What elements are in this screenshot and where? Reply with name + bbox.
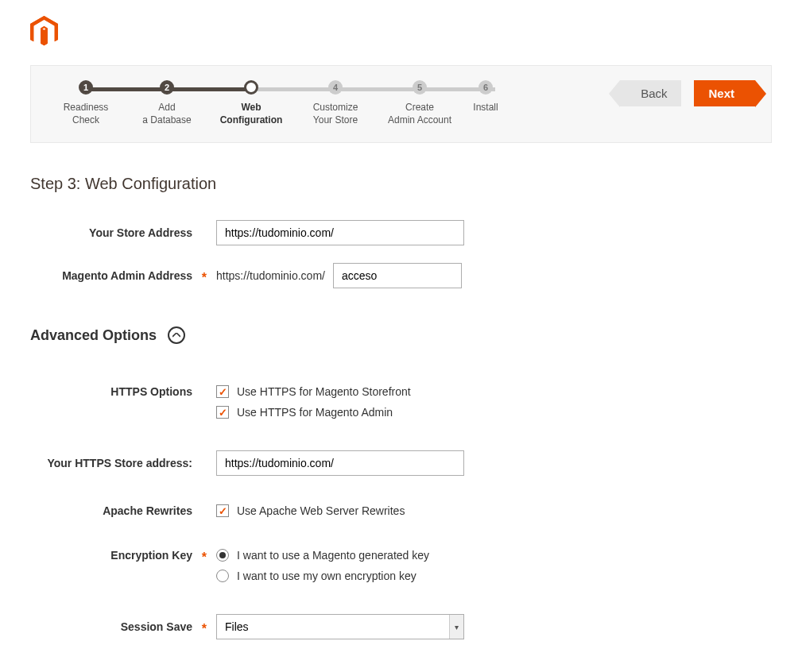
label-https: HTTPS Options bbox=[30, 385, 216, 398]
step-circle-5: 5 bbox=[413, 80, 427, 95]
row-apache: Apache Rewrites Use Apache Web Server Re… bbox=[30, 504, 772, 517]
step-install: 6 Install bbox=[462, 80, 509, 114]
step-num: 1 bbox=[83, 83, 88, 92]
logo-area bbox=[0, 0, 802, 65]
step-circle-6: 6 bbox=[478, 80, 493, 95]
magento-logo-icon bbox=[30, 16, 58, 48]
step-label: WebConfiguration bbox=[220, 101, 283, 126]
step-readiness: 1 ReadinessCheck bbox=[47, 80, 125, 126]
checkbox-apache[interactable] bbox=[216, 504, 229, 517]
advanced-options-header[interactable]: Advanced Options bbox=[30, 326, 772, 344]
label-apache: Apache Rewrites bbox=[30, 504, 216, 517]
steps-list: 1 ReadinessCheck 2 Adda Database 3 WebCo… bbox=[47, 80, 620, 126]
step-label: Adda Database bbox=[142, 101, 191, 126]
step-num: 2 bbox=[165, 83, 169, 92]
radio-label[interactable]: I want to use a Magento generated key bbox=[237, 549, 429, 562]
step-database: 2 Adda Database bbox=[125, 80, 209, 126]
radio-label[interactable]: I want to use my own encryption key bbox=[237, 570, 416, 582]
checkbox-label[interactable]: Use Apache Web Server Rewrites bbox=[237, 504, 405, 517]
label-session: Session Save bbox=[30, 620, 216, 633]
https-store-input[interactable] bbox=[216, 450, 464, 476]
label-https-store: Your HTTPS Store address: bbox=[30, 457, 216, 469]
checkbox-label[interactable]: Use HTTPS for Magento Admin bbox=[237, 406, 393, 419]
label-encryption: Encryption Key bbox=[30, 549, 216, 562]
step-web-config: 3 WebConfiguration bbox=[209, 80, 293, 126]
store-address-input[interactable] bbox=[216, 220, 464, 245]
step-admin: 5 CreateAdmin Account bbox=[378, 80, 462, 126]
step-customize: 4 CustomizeYour Store bbox=[293, 80, 378, 126]
row-session-save: Session Save Files ▾ bbox=[30, 614, 772, 639]
step-num: 5 bbox=[417, 83, 422, 92]
step-label: CreateAdmin Account bbox=[388, 101, 451, 126]
step-circle-1: 1 bbox=[79, 80, 93, 95]
step-circle-2: 2 bbox=[160, 80, 174, 95]
label-admin-address: Magento Admin Address bbox=[30, 269, 216, 282]
row-https-options: HTTPS Options Use HTTPS for Magento Stor… bbox=[30, 385, 772, 398]
row-encryption-own: I want to use my own encryption key bbox=[30, 570, 772, 582]
step-label: Install bbox=[473, 101, 498, 114]
step-label: ReadinessCheck bbox=[64, 101, 109, 126]
checkbox-https-admin[interactable] bbox=[216, 406, 229, 419]
next-button[interactable]: Next bbox=[694, 80, 755, 106]
row-https-admin: Use HTTPS for Magento Admin bbox=[30, 406, 772, 419]
chevron-up-icon[interactable] bbox=[168, 326, 185, 344]
checkbox-label[interactable]: Use HTTPS for Magento Storefront bbox=[237, 385, 411, 398]
step-circle-4: 4 bbox=[328, 80, 343, 95]
wizard-progress-bar: 1 ReadinessCheck 2 Adda Database 3 WebCo… bbox=[30, 65, 772, 143]
row-admin-address: Magento Admin Address https://tudominio.… bbox=[30, 263, 772, 288]
row-encryption: Encryption Key I want to use a Magento g… bbox=[30, 549, 772, 562]
row-https-store-address: Your HTTPS Store address: bbox=[30, 450, 772, 476]
radio-enc-magento[interactable] bbox=[216, 549, 229, 562]
label-store-address: Your Store Address bbox=[30, 226, 216, 239]
step-num: 4 bbox=[333, 83, 338, 92]
step-num: 6 bbox=[483, 83, 488, 92]
admin-prefix: https://tudominio.com/ bbox=[216, 269, 325, 282]
page-body: Step 3: Web Configuration Your Store Add… bbox=[0, 143, 802, 672]
step-label: CustomizeYour Store bbox=[313, 101, 358, 126]
session-save-select[interactable]: Files bbox=[216, 614, 464, 639]
checkbox-https-storefront[interactable] bbox=[216, 385, 229, 398]
radio-enc-own[interactable] bbox=[216, 570, 229, 582]
step-circle-3: 3 bbox=[244, 80, 258, 95]
advanced-title: Advanced Options bbox=[30, 327, 157, 344]
page-title: Step 3: Web Configuration bbox=[30, 175, 772, 193]
back-button[interactable]: Back bbox=[620, 80, 681, 106]
admin-path-input[interactable] bbox=[333, 263, 462, 288]
nav-buttons: Back Next bbox=[620, 80, 755, 106]
row-store-address: Your Store Address bbox=[30, 220, 772, 245]
